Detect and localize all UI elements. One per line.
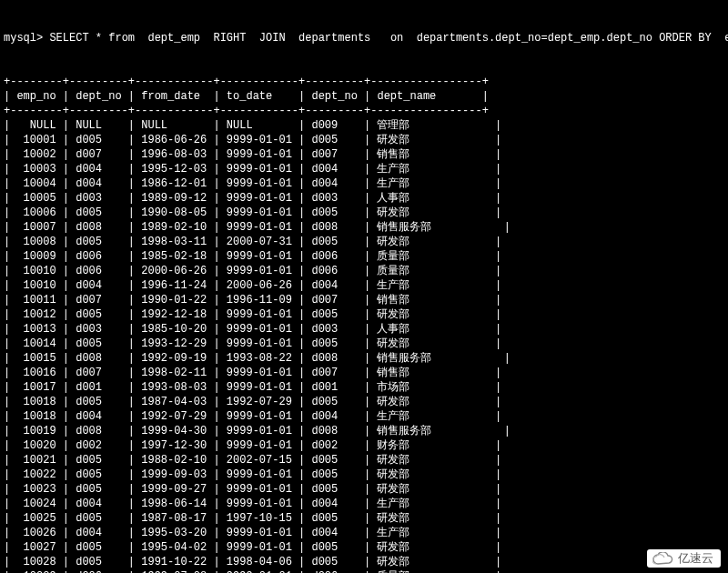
table-border: +--------+---------+------------+-------… bbox=[4, 75, 724, 89]
table-row: | 10009 | d006 | 1985-02-18 | 9999-01-01… bbox=[4, 249, 724, 264]
table-row: | 10027 | d005 | 1995-04-02 | 9999-01-01… bbox=[4, 540, 724, 555]
table-row: | 10017 | d001 | 1993-08-03 | 9999-01-01… bbox=[4, 380, 724, 395]
result-table: +--------+---------+------------+-------… bbox=[4, 75, 724, 573]
table-row: | 10025 | d005 | 1987-08-17 | 1997-10-15… bbox=[4, 511, 724, 526]
table-row: | 10023 | d005 | 1999-09-27 | 9999-01-01… bbox=[4, 482, 724, 497]
table-row: | 10007 | d008 | 1989-02-10 | 9999-01-01… bbox=[4, 220, 724, 235]
table-row: | 10018 | d005 | 1987-04-03 | 1992-07-29… bbox=[4, 395, 724, 409]
table-row: | 10015 | d008 | 1992-09-19 | 1993-08-22… bbox=[4, 351, 724, 366]
table-row: | 10026 | d004 | 1995-03-20 | 9999-01-01… bbox=[4, 526, 724, 540]
table-row: | 10008 | d005 | 1998-03-11 | 2000-07-31… bbox=[4, 235, 724, 249]
table-row: | 10022 | d005 | 1999-09-03 | 9999-01-01… bbox=[4, 467, 724, 482]
table-row: | 10001 | d005 | 1986-06-26 | 9999-01-01… bbox=[4, 133, 724, 147]
table-header: | emp_no | dept_no | from_date | to_date… bbox=[4, 89, 724, 104]
cloud-icon bbox=[652, 552, 674, 565]
prompt-prefix: mysql> bbox=[4, 32, 49, 45]
terminal-output: mysql> SELECT * from dept_emp RIGHT JOIN… bbox=[0, 0, 728, 573]
table-row: | 10016 | d007 | 1998-02-11 | 9999-01-01… bbox=[4, 366, 724, 380]
table-row: | 10020 | d002 | 1997-12-30 | 9999-01-01… bbox=[4, 438, 724, 453]
watermark: 亿速云 bbox=[647, 549, 721, 568]
table-row: | 10019 | d008 | 1999-04-30 | 9999-01-01… bbox=[4, 424, 724, 438]
table-row: | 10018 | d004 | 1992-07-29 | 9999-01-01… bbox=[4, 409, 724, 424]
table-row: | 10010 | d004 | 1996-11-24 | 2000-06-26… bbox=[4, 278, 724, 293]
table-row: | 10005 | d003 | 1989-09-12 | 9999-01-01… bbox=[4, 191, 724, 206]
table-row: | 10002 | d007 | 1996-08-03 | 9999-01-01… bbox=[4, 147, 724, 162]
table-row: | 10006 | d005 | 1990-08-05 | 9999-01-01… bbox=[4, 206, 724, 220]
table-row: | 10021 | d005 | 1988-02-10 | 2002-07-15… bbox=[4, 453, 724, 467]
table-row: | 10010 | d006 | 2000-06-26 | 9999-01-01… bbox=[4, 264, 724, 278]
table-row: | 10003 | d004 | 1995-12-03 | 9999-01-01… bbox=[4, 162, 724, 176]
table-row: | NULL | NULL | NULL | NULL | d009 | 管理部… bbox=[4, 118, 724, 133]
table-row: | 10029 | d006 | 1999-07-08 | 9999-01-01… bbox=[4, 569, 724, 573]
table-border: +--------+---------+------------+-------… bbox=[4, 104, 724, 118]
table-row: | 10011 | d007 | 1990-01-22 | 1996-11-09… bbox=[4, 293, 724, 307]
table-row: | 10004 | d004 | 1986-12-01 | 9999-01-01… bbox=[4, 176, 724, 191]
table-row: | 10014 | d005 | 1993-12-29 | 9999-01-01… bbox=[4, 337, 724, 351]
table-row: | 10012 | d005 | 1992-12-18 | 9999-01-01… bbox=[4, 307, 724, 322]
sql-prompt-line: mysql> SELECT * from dept_emp RIGHT JOIN… bbox=[4, 31, 724, 45]
sql-query: SELECT * from dept_emp RIGHT JOIN depart… bbox=[49, 32, 728, 45]
table-row: | 10013 | d003 | 1985-10-20 | 9999-01-01… bbox=[4, 322, 724, 337]
watermark-text: 亿速云 bbox=[678, 551, 713, 566]
table-row: | 10028 | d005 | 1991-10-22 | 1998-04-06… bbox=[4, 555, 724, 569]
table-row: | 10024 | d004 | 1998-06-14 | 9999-01-01… bbox=[4, 497, 724, 511]
